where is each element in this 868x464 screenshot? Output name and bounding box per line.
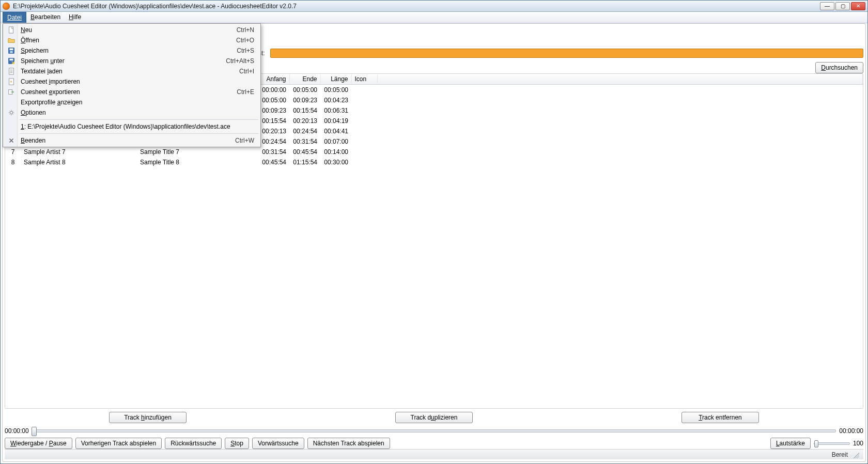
menu-separator [20, 133, 258, 134]
close-button[interactable]: ✕ [851, 2, 865, 10]
track-icon-cell [351, 85, 377, 96]
timeline-slider[interactable] [32, 429, 836, 432]
forward-button[interactable]: Vorwärtssuche [252, 438, 304, 449]
next-track-button[interactable]: Nächsten Track abspielen [307, 438, 390, 449]
track-end: 00:05:00 [289, 85, 320, 96]
track-length: 00:30:00 [320, 157, 351, 167]
track-length: 00:04:19 [320, 116, 351, 126]
track-length: 00:04:23 [320, 95, 351, 105]
track-icon-cell [351, 105, 377, 116]
window-controls: — ▢ ✕ [820, 2, 865, 10]
rewind-button[interactable]: Rückwärtssuche [165, 438, 222, 449]
menu-item-new[interactable]: Neu Ctrl+N [4, 25, 259, 35]
maximize-button[interactable]: ▢ [835, 2, 850, 10]
track-artist: Sample Artist 8 [21, 157, 137, 167]
duplicate-track-button[interactable]: Track duplizieren [395, 412, 473, 423]
track-icon-cell [351, 147, 377, 157]
menu-item-export-profiles[interactable]: Exportprofile anzeigen [4, 97, 259, 107]
menu-edit-label: Bearbeiten [30, 13, 60, 21]
menu-item-options[interactable]: Optionen [4, 107, 259, 118]
volume-thumb[interactable] [814, 440, 818, 447]
play-pause-button[interactable]: Wiedergabe / Pause [5, 438, 72, 449]
menu-item-save-as[interactable]: Speichern unter Ctrl+Alt+S [4, 56, 259, 66]
table-row[interactable]: 7Sample Artist 7Sample Title 700:31:5400… [5, 147, 863, 157]
menu-help[interactable]: Hilfe [65, 12, 85, 23]
resize-grip-icon[interactable] [852, 451, 859, 458]
timeline-thumb[interactable] [32, 427, 37, 436]
track-end: 00:15:54 [289, 105, 320, 116]
window-title: E:\Projekte\Audio Cuesheet Editor (Windo… [13, 3, 817, 10]
timeline: 00:00:00 00:00:00 [5, 426, 863, 436]
menu-item-open[interactable]: Öffnen Ctrl+O [4, 35, 259, 45]
browse-button[interactable]: Durchsuchen [815, 62, 863, 73]
statusbar: Bereit [5, 449, 863, 459]
track-title: Sample Title 8 [137, 157, 253, 167]
menu-item-import[interactable]: Cuesheet importieren [4, 76, 259, 87]
menu-file[interactable]: Datei [3, 12, 26, 23]
track-length: 00:14:00 [320, 147, 351, 157]
track-start: 00:31:54 [253, 147, 289, 157]
blank-icon [7, 98, 16, 106]
menu-item-exit[interactable]: Beenden Ctrl+W [4, 135, 259, 146]
svg-rect-5 [10, 59, 13, 61]
add-track-button[interactable]: Track hinzufügen [109, 412, 187, 423]
menu-item-recent-1[interactable]: 1: E:\Projekte\Audio Cuesheet Editor (Wi… [4, 121, 259, 132]
timeline-end: 00:00:00 [839, 427, 863, 435]
menu-edit[interactable]: Bearbeiten [26, 12, 65, 23]
track-length: 00:07:00 [320, 136, 351, 147]
menu-separator [20, 119, 258, 120]
volume-slider[interactable] [814, 442, 850, 445]
save-icon [7, 47, 16, 55]
gear-icon [7, 109, 16, 117]
table-row[interactable]: 8Sample Artist 8Sample Title 800:45:5401… [5, 157, 863, 167]
app-icon [3, 3, 10, 10]
svg-point-9 [10, 111, 12, 114]
track-end: 00:20:13 [289, 116, 320, 126]
track-end: 00:24:54 [289, 126, 320, 136]
export-icon [7, 88, 16, 96]
cd-artist-field[interactable] [270, 49, 863, 58]
svg-rect-0 [9, 27, 13, 33]
track-end: 01:15:54 [289, 157, 320, 167]
file-menu-dropdown: Neu Ctrl+N Öffnen Ctrl+O Speichern Ctrl+… [3, 23, 261, 147]
menubar: Datei Bearbeiten Hilfe [1, 12, 867, 23]
blank-icon [7, 122, 16, 131]
col-ende[interactable]: Ende [289, 74, 320, 85]
text-file-icon [7, 67, 16, 75]
track-end: 00:31:54 [289, 136, 320, 147]
timeline-start: 00:00:00 [5, 427, 29, 435]
menu-item-save[interactable]: Speichern Ctrl+S [4, 45, 259, 56]
track-index: 7 [5, 147, 21, 157]
track-length: 00:05:00 [320, 85, 351, 96]
track-artist: Sample Artist 7 [21, 147, 137, 157]
track-icon-cell [351, 116, 377, 126]
remove-track-button[interactable]: Track entfernen [681, 412, 759, 423]
menu-help-label: Hilfe [69, 13, 81, 21]
col-laenge[interactable]: Länge [320, 74, 351, 85]
new-file-icon [7, 26, 16, 34]
track-end: 00:45:54 [289, 147, 320, 157]
titlebar: E:\Projekte\Audio Cuesheet Editor (Windo… [1, 1, 867, 12]
menu-item-export[interactable]: Cuesheet exportieren Ctrl+E [4, 87, 259, 97]
close-icon [7, 136, 16, 145]
volume-button[interactable]: Lautstärke [770, 438, 811, 449]
track-index: 8 [5, 157, 21, 167]
track-length: 00:06:31 [320, 105, 351, 116]
svg-rect-2 [10, 49, 13, 51]
save-as-icon [7, 57, 16, 65]
import-icon [7, 78, 16, 86]
svg-rect-3 [10, 51, 12, 53]
col-icon[interactable]: Icon [351, 74, 377, 85]
status-text: Bereit [832, 451, 848, 458]
stop-button[interactable]: Stop [225, 438, 249, 449]
track-title: Sample Title 7 [137, 147, 253, 157]
volume-value: 100 [853, 440, 863, 447]
menu-item-load-text[interactable]: Textdatei laden Ctrl+I [4, 66, 259, 76]
track-icon-cell [351, 95, 377, 105]
track-icon-cell [351, 157, 377, 167]
track-icon-cell [351, 126, 377, 136]
track-actions: Track hinzufügen Track duplizieren Track… [5, 409, 863, 426]
app-window: E:\Projekte\Audio Cuesheet Editor (Windo… [0, 0, 868, 464]
minimize-button[interactable]: — [820, 2, 834, 10]
previous-track-button[interactable]: Vorherigen Track abspielen [75, 438, 162, 449]
